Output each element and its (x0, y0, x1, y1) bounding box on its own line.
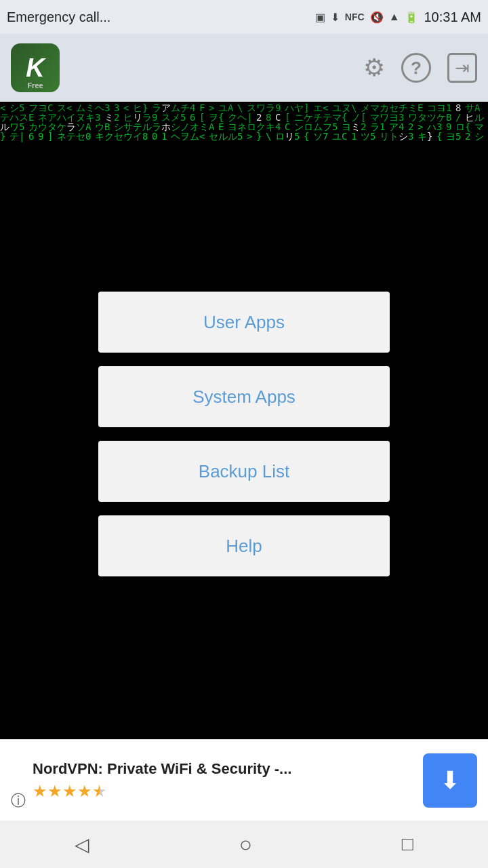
app-logo-free-label: Free (11, 81, 60, 90)
status-time: 10:31 AM (424, 9, 481, 25)
system-apps-label: System Apps (192, 387, 296, 408)
star-5-half: ★ (92, 782, 107, 801)
help-label: Help (226, 536, 262, 557)
download-arrow-icon: ⬇ (331, 11, 340, 24)
status-title: Emergency call... (7, 9, 110, 25)
nfc-icon: NFC (345, 12, 365, 22)
settings-icon[interactable]: ⚙ (363, 54, 385, 82)
system-apps-button[interactable]: System Apps (98, 366, 390, 427)
ad-download-button[interactable]: ⬇ (423, 753, 477, 808)
status-left: Emergency call... (7, 9, 110, 25)
status-bar: Emergency call... ▣ ⬇ NFC 🔇 ▲ 🔋 10:31 AM (0, 0, 488, 34)
app-bar-actions: ⚙ ? ⇥ (363, 53, 477, 83)
user-apps-button[interactable]: User Apps (98, 292, 390, 353)
mute-icon: 🔇 (370, 11, 384, 24)
star-4: ★ (77, 782, 92, 801)
back-button[interactable]: ◁ (75, 833, 89, 856)
user-apps-label: User Apps (203, 312, 285, 333)
sim-icon: ▣ (315, 11, 325, 24)
star-3: ★ (62, 782, 77, 801)
battery-icon: 🔋 (405, 11, 418, 24)
exit-icon[interactable]: ⇥ (447, 53, 477, 83)
app-logo: Free (11, 43, 60, 92)
ad-banner: ⓘ NordVPN: Private WiFi & Security -... … (0, 739, 488, 821)
star-2: ★ (47, 782, 62, 801)
ad-title: NordVPN: Private WiFi & Security -... (33, 760, 423, 778)
backup-list-label: Backup List (199, 461, 289, 482)
ad-stars: ★ ★ ★ ★ ★ (33, 782, 423, 801)
star-1: ★ (33, 782, 47, 801)
help-circle-icon[interactable]: ? (401, 53, 431, 83)
help-button[interactable]: Help (98, 515, 390, 576)
ad-text-area: NordVPN: Private WiFi & Security -... ★ … (33, 760, 423, 801)
nav-bar: ◁ ○ □ (0, 821, 488, 868)
main-content: User Apps System Apps Backup List Help (0, 102, 488, 766)
home-button[interactable]: ○ (239, 832, 252, 857)
recents-button[interactable]: □ (402, 833, 413, 855)
info-icon[interactable]: ⓘ (11, 791, 26, 811)
status-icons: ▣ ⬇ NFC 🔇 ▲ 🔋 10:31 AM (315, 9, 481, 25)
app-bar: Free ⚙ ? ⇥ (0, 34, 488, 102)
backup-list-button[interactable]: Backup List (98, 441, 390, 502)
download-icon: ⬇ (440, 766, 460, 795)
wifi-icon: ▲ (389, 11, 400, 23)
